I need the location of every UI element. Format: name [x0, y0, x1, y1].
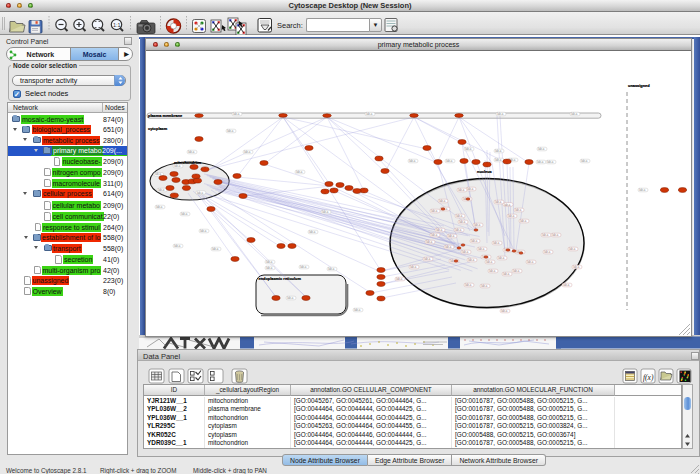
svg-text:lab-a: lab-a	[462, 250, 469, 254]
svg-text:lab-a: lab-a	[639, 188, 646, 192]
svg-text:lab-a: lab-a	[458, 188, 465, 192]
svg-text:lab-a: lab-a	[471, 239, 478, 243]
svg-text:lab-a: lab-a	[569, 247, 576, 251]
svg-text:plasma membrane: plasma membrane	[148, 113, 183, 118]
svg-text:lab-a: lab-a	[409, 159, 416, 163]
svg-text:lab-a: lab-a	[309, 230, 316, 234]
svg-text:lab-a: lab-a	[439, 199, 446, 203]
svg-text:lab-a: lab-a	[296, 170, 303, 174]
svg-text:lab-a: lab-a	[465, 147, 472, 151]
svg-text:lab-a: lab-a	[300, 265, 307, 269]
svg-text:lab-a: lab-a	[212, 247, 219, 251]
svg-text:lab-a: lab-a	[244, 150, 251, 154]
svg-text:lab-a: lab-a	[503, 272, 510, 276]
svg-text:lab-a: lab-a	[174, 244, 181, 248]
svg-text:lab-a: lab-a	[489, 269, 496, 273]
svg-text:lab-a: lab-a	[573, 265, 580, 269]
svg-text:lab-a: lab-a	[287, 296, 294, 300]
svg-text:lab-a: lab-a	[520, 219, 527, 223]
svg-text:1:1: 1:1	[113, 22, 121, 28]
svg-text:lab-a: lab-a	[459, 220, 466, 224]
svg-text:lab-a: lab-a	[504, 203, 511, 207]
svg-text:lab-a: lab-a	[581, 159, 588, 163]
svg-text:lab-a: lab-a	[552, 233, 559, 237]
svg-text:lab-a: lab-a	[181, 212, 188, 216]
svg-text:lab-a: lab-a	[233, 112, 240, 116]
svg-text:lab-a: lab-a	[563, 283, 570, 287]
svg-text:lab-a: lab-a	[513, 269, 520, 273]
svg-text:lab-a: lab-a	[498, 256, 505, 260]
svg-text:lab-a: lab-a	[366, 112, 373, 116]
svg-text:unassigned: unassigned	[628, 83, 650, 88]
svg-text:lab-a: lab-a	[542, 233, 549, 237]
svg-text:lab-a: lab-a	[322, 210, 329, 214]
svg-text:lab-a: lab-a	[426, 240, 433, 244]
svg-text:lab-a: lab-a	[445, 245, 452, 249]
svg-text:lab-a: lab-a	[156, 205, 163, 209]
svg-text:lab-a: lab-a	[456, 214, 463, 218]
svg-text:lab-a: lab-a	[396, 277, 403, 281]
svg-text:lab-a: lab-a	[431, 233, 438, 237]
svg-text:lab-a: lab-a	[547, 160, 554, 164]
svg-text:lab-a: lab-a	[508, 214, 515, 218]
svg-text:lab-a: lab-a	[467, 187, 474, 191]
svg-text:lab-a: lab-a	[495, 158, 502, 162]
svg-text:lab-a: lab-a	[410, 265, 417, 269]
svg-text:lab-a: lab-a	[465, 283, 472, 287]
svg-text:lab-a: lab-a	[227, 129, 234, 133]
svg-text:f(x): f(x)	[643, 373, 654, 382]
svg-text:lab-a: lab-a	[571, 112, 578, 116]
svg-text:nucleus: nucleus	[477, 169, 492, 174]
svg-text:lab-a: lab-a	[544, 250, 551, 254]
svg-text:lab-a: lab-a	[538, 147, 545, 151]
svg-text:lab-a: lab-a	[481, 284, 488, 288]
svg-text:endoplasmic reticulum: endoplasmic reticulum	[259, 276, 302, 281]
svg-text:lab-a: lab-a	[478, 247, 485, 251]
svg-text:lab-a: lab-a	[431, 209, 438, 213]
svg-text:lab-a: lab-a	[527, 260, 534, 264]
svg-text:lab-a: lab-a	[328, 267, 335, 271]
svg-text:lab-a: lab-a	[200, 229, 207, 233]
svg-text:lab-a: lab-a	[501, 309, 508, 313]
svg-text:lab-a: lab-a	[486, 260, 493, 264]
svg-text:lab-a: lab-a	[455, 228, 462, 232]
svg-text:lab-a: lab-a	[174, 164, 181, 168]
svg-text:lab-a: lab-a	[495, 200, 502, 204]
svg-text:lab-a: lab-a	[493, 241, 500, 245]
svg-text:lab-a: lab-a	[474, 223, 481, 227]
svg-text:lab-a: lab-a	[448, 234, 455, 238]
svg-text:lab-a: lab-a	[188, 150, 195, 154]
svg-text:lab-a: lab-a	[495, 149, 502, 153]
svg-text:cytoplasm: cytoplasm	[148, 126, 168, 131]
svg-text:lab-a: lab-a	[197, 191, 204, 195]
svg-text:lab-a: lab-a	[468, 258, 475, 262]
svg-text:lab-a: lab-a	[515, 208, 522, 212]
svg-text:lab-a: lab-a	[497, 112, 504, 116]
svg-text:lab-a: lab-a	[266, 260, 273, 264]
svg-text:lab-a: lab-a	[537, 160, 544, 164]
svg-text:lab-a: lab-a	[354, 308, 361, 312]
svg-text:lab-a: lab-a	[436, 228, 443, 232]
svg-text:lab-a: lab-a	[446, 159, 453, 163]
svg-text:lab-a: lab-a	[158, 188, 165, 192]
svg-text:lab-a: lab-a	[424, 257, 431, 261]
svg-text:lab-a: lab-a	[266, 266, 273, 270]
